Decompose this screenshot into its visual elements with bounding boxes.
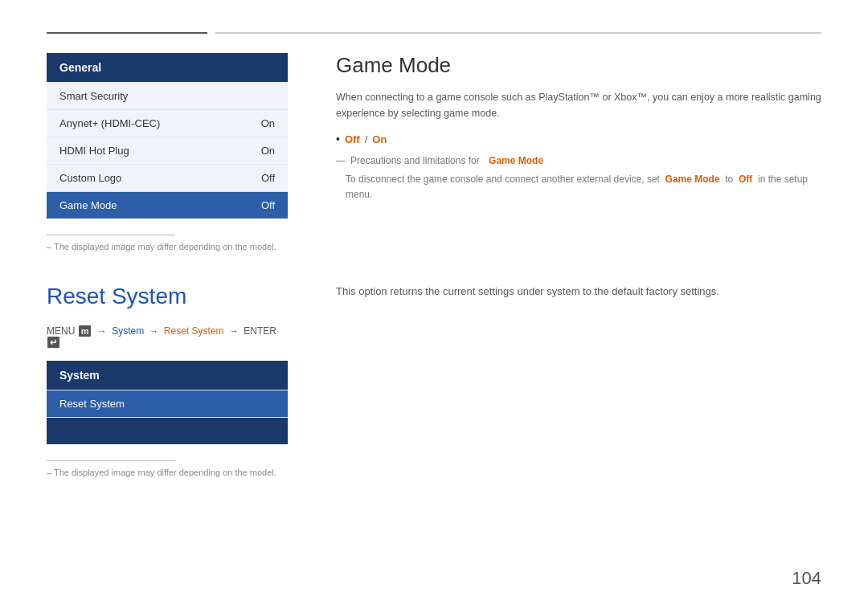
divider-long xyxy=(215,32,821,34)
path-reset: Reset System xyxy=(164,325,224,337)
page-number: 104 xyxy=(792,568,821,589)
menu-item-label: Custom Logo xyxy=(59,172,121,184)
game-mode-options: • Off / On xyxy=(336,133,821,145)
menu-item-custom-logo[interactable]: Custom Logo Off xyxy=(47,164,288,191)
precautions-title-highlight: Game Mode xyxy=(489,153,543,169)
footnote-text-content: The displayed image may differ depending… xyxy=(54,242,276,251)
menu-item-hdmi-hot-plug[interactable]: HDMI Hot Plug On xyxy=(47,137,288,164)
path-system: System xyxy=(112,325,144,337)
precautions-body: To disconnect the game console and conne… xyxy=(336,172,821,202)
precautions-title-text: Precautions and limitations for xyxy=(350,153,480,169)
system-menu-header: System xyxy=(47,361,288,390)
path-enter: ENTER xyxy=(244,325,276,337)
top-dividers xyxy=(47,32,821,34)
menu-item-label: Anynet+ (HDMI-CEC) xyxy=(59,117,160,129)
arrow-2: → xyxy=(149,325,159,337)
precautions-section: Precautions and limitations for Game Mod… xyxy=(336,153,821,203)
divider-short xyxy=(47,32,207,34)
top-footnote-area: – The displayed image may differ dependi… xyxy=(47,235,288,251)
arrow-1: → xyxy=(97,325,107,337)
general-menu-panel: General Smart Security Anynet+ (HDMI-CEC… xyxy=(47,53,288,251)
arrow-3: → xyxy=(229,325,239,337)
system-menu: System Reset System xyxy=(47,361,288,444)
precautions-title: Precautions and limitations for Game Mod… xyxy=(336,153,821,169)
bullet-icon: • xyxy=(336,133,340,145)
precautions-game-mode-highlight: Game Mode xyxy=(665,174,720,185)
reset-system-left: Reset System MENU m → System → Reset Sys… xyxy=(47,284,288,477)
menu-item-label: Game Mode xyxy=(59,199,117,211)
game-mode-option-item: • Off / On xyxy=(336,133,821,145)
general-menu: General Smart Security Anynet+ (HDMI-CEC… xyxy=(47,53,288,219)
menu-item-reset-system[interactable]: Reset System xyxy=(47,390,288,417)
reset-system-section: Reset System MENU m → System → Reset Sys… xyxy=(47,284,821,477)
menu-path: MENU m → System → Reset System → ENTER ↵ xyxy=(47,325,288,348)
menu-item-value: On xyxy=(261,145,275,157)
option-off: Off xyxy=(345,133,360,145)
menu-item-blank-1 xyxy=(47,417,288,444)
reset-system-title: Reset System xyxy=(47,284,288,309)
game-mode-title: Game Mode xyxy=(336,53,821,78)
bottom-footnote: – The displayed image may differ dependi… xyxy=(47,468,288,477)
menu-icon-glyph: m xyxy=(79,325,92,337)
precautions-body-2: to xyxy=(725,174,733,185)
menu-path-menu: MENU xyxy=(47,325,75,337)
top-footnote: – The displayed image may differ dependi… xyxy=(47,242,288,251)
reset-system-right: This option returns the current settings… xyxy=(336,284,821,300)
menu-item-label: Reset System xyxy=(59,398,125,410)
enter-icon-glyph: ↵ xyxy=(47,337,59,348)
reset-description: This option returns the current settings… xyxy=(336,284,821,300)
option-separator: / xyxy=(365,133,368,145)
game-mode-content: Game Mode When connecting to a game cons… xyxy=(336,53,821,203)
option-on: On xyxy=(372,133,387,145)
general-menu-header: General xyxy=(47,53,288,82)
menu-item-value: Off xyxy=(261,199,275,211)
game-mode-description: When connecting to a game console such a… xyxy=(336,89,821,121)
game-mode-section: General Smart Security Anynet+ (HDMI-CEC… xyxy=(47,53,821,251)
precautions-body-1: To disconnect the game console and conne… xyxy=(346,174,660,185)
menu-item-label: HDMI Hot Plug xyxy=(59,145,129,157)
bottom-footnote-divider xyxy=(47,460,175,461)
bottom-footnote-area: – The displayed image may differ dependi… xyxy=(47,460,288,477)
menu-item-anynet[interactable]: Anynet+ (HDMI-CEC) On xyxy=(47,109,288,137)
menu-item-value: Off xyxy=(261,172,275,184)
bottom-footnote-text: The displayed image may differ depending… xyxy=(54,468,276,477)
menu-item-label: Smart Security xyxy=(59,90,128,102)
menu-item-game-mode[interactable]: Game Mode Off xyxy=(47,191,288,219)
menu-item-value: On xyxy=(261,117,275,129)
precautions-off-highlight: Off xyxy=(739,174,752,185)
footnote-divider xyxy=(47,235,175,235)
menu-item-smart-security[interactable]: Smart Security xyxy=(47,82,288,109)
